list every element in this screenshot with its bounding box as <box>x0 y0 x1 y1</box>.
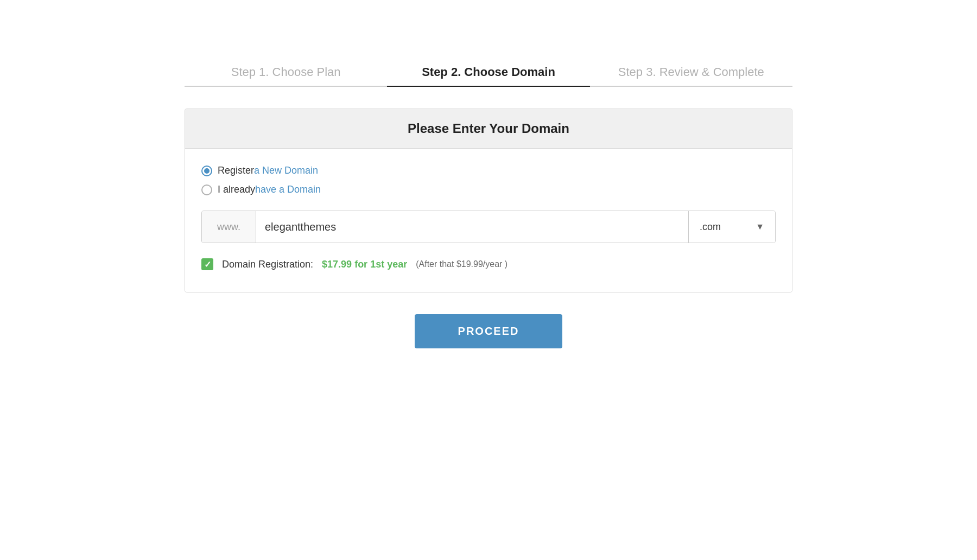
radio-existing-domain-link[interactable]: have a Domain <box>255 184 321 195</box>
domain-text-input[interactable] <box>256 211 688 243</box>
step-1-underline <box>185 86 387 87</box>
step-2-label: Step 2. Choose Domain <box>422 65 555 79</box>
registration-label: Domain Registration: <box>222 259 313 270</box>
step-2-underline <box>387 86 589 87</box>
radio-new-domain-input[interactable] <box>201 166 212 176</box>
step-1-label: Step 1. Choose Plan <box>231 65 341 79</box>
step-1-item: Step 1. Choose Plan <box>185 65 387 87</box>
card-body: Register a New Domain I already have a D… <box>185 149 792 292</box>
radio-group: Register a New Domain I already have a D… <box>201 165 776 195</box>
domain-tld-select[interactable]: .com .net .org .io .co <box>700 221 764 232</box>
radio-option-new-domain[interactable]: Register a New Domain <box>201 165 776 176</box>
proceed-btn-wrapper: PROCEED <box>185 314 792 348</box>
step-3-item: Step 3. Review & Complete <box>590 65 792 87</box>
domain-www-prefix: www. <box>202 211 256 243</box>
step-3-underline <box>590 86 792 87</box>
step-3-label: Step 3. Review & Complete <box>618 65 764 79</box>
domain-registration-checkbox[interactable] <box>201 258 213 270</box>
radio-option-existing-domain[interactable]: I already have a Domain <box>201 184 776 195</box>
radio-existing-domain-text: I already <box>218 184 255 195</box>
registration-price: $17.99 for 1st year <box>322 259 407 270</box>
steps-nav: Step 1. Choose Plan Step 2. Choose Domai… <box>185 65 792 87</box>
registration-row: Domain Registration: $17.99 for 1st year… <box>201 258 776 270</box>
proceed-button[interactable]: PROCEED <box>415 314 563 348</box>
registration-after-price: (After that $19.99/year ) <box>416 259 507 269</box>
page-wrapper: Step 1. Choose Plan Step 2. Choose Domai… <box>185 65 792 348</box>
step-2-item: Step 2. Choose Domain <box>387 65 589 87</box>
domain-tld-select-wrapper[interactable]: .com .net .org .io .co ▼ <box>688 211 775 243</box>
radio-new-domain-text: Register <box>218 165 254 176</box>
card-header: Please Enter Your Domain <box>185 109 792 149</box>
radio-existing-domain-input[interactable] <box>201 184 212 195</box>
domain-card: Please Enter Your Domain Register a New … <box>185 109 792 292</box>
domain-input-row: www. .com .net .org .io .co ▼ <box>201 211 776 243</box>
card-header-title: Please Enter Your Domain <box>201 121 776 136</box>
radio-new-domain-link[interactable]: a New Domain <box>254 165 318 176</box>
